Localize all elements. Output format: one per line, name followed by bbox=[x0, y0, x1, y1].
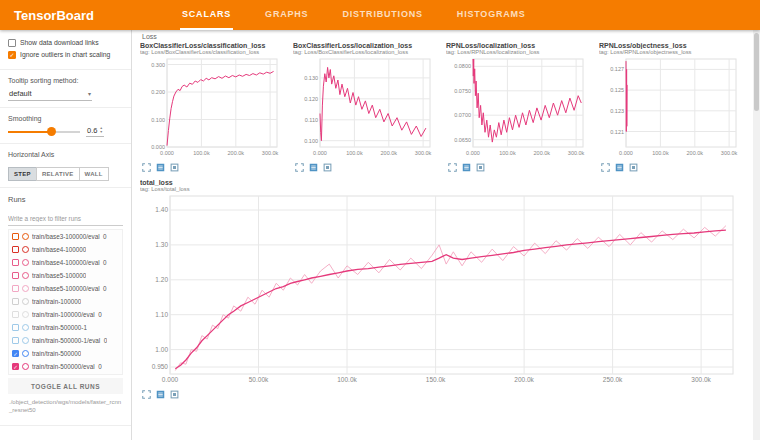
run-name: train/train-100000 bbox=[32, 298, 81, 305]
option-checkbox-row[interactable]: Show data download links bbox=[8, 39, 123, 47]
run-color-circle-icon[interactable] bbox=[22, 337, 29, 344]
axis-button-wall[interactable]: WALL bbox=[79, 167, 109, 181]
checkbox-icon[interactable] bbox=[8, 39, 16, 47]
run-checkbox[interactable] bbox=[12, 259, 19, 266]
tooltip-sort-select[interactable]: default ▾ bbox=[8, 88, 92, 101]
run-row[interactable]: train/base5-100000/eval_0 bbox=[9, 282, 122, 295]
run-selector-icon[interactable] bbox=[156, 163, 165, 172]
run-color-circle-icon[interactable] bbox=[22, 272, 29, 279]
svg-text:0.130: 0.130 bbox=[304, 75, 318, 81]
tensorboard-app: TensorBoard SCALARSGRAPHSDISTRIBUTIONSHI… bbox=[0, 0, 760, 440]
vertical-scrollbar[interactable] bbox=[753, 30, 760, 440]
fit-domain-icon[interactable] bbox=[323, 163, 332, 172]
expand-chart-icon[interactable] bbox=[142, 390, 151, 399]
smoothing-slider[interactable] bbox=[8, 126, 80, 137]
run-color-circle-icon[interactable] bbox=[22, 246, 29, 253]
svg-text:200.0k: 200.0k bbox=[228, 150, 245, 156]
main-content: Loss BoxClassifierLoss/classification_lo… bbox=[132, 30, 760, 440]
run-row[interactable]: train/train-500000-1/eval_0 bbox=[9, 334, 122, 347]
run-name: train/train-500000-1 bbox=[32, 324, 87, 331]
svg-text:0.000: 0.000 bbox=[160, 150, 174, 156]
run-color-circle-icon[interactable] bbox=[22, 363, 29, 370]
small-charts-row: BoxClassifierLoss/classification_losstag… bbox=[140, 42, 756, 172]
runs-section: Runs train/base3-100000/eval_0train/base… bbox=[0, 188, 131, 425]
run-color-circle-icon[interactable] bbox=[22, 311, 29, 318]
run-color-circle-icon[interactable] bbox=[22, 324, 29, 331]
run-row[interactable]: train/train-500000-1 bbox=[9, 321, 122, 334]
line-chart[interactable]: 0.1210.1230.1250.1270.000100.0k200.0k300… bbox=[599, 56, 741, 158]
fit-domain-icon[interactable] bbox=[476, 163, 485, 172]
run-checkbox[interactable] bbox=[12, 311, 19, 318]
svg-text:1.10: 1.10 bbox=[155, 311, 168, 318]
fit-domain-icon[interactable] bbox=[170, 163, 179, 172]
run-color-circle-icon[interactable] bbox=[22, 285, 29, 292]
smoothing-value-input[interactable]: 0.6 ▲▼ bbox=[86, 126, 104, 137]
chart-tag: tag: Loss/BoxClassifierLoss/classificati… bbox=[140, 49, 288, 55]
tab-scalars[interactable]: SCALARS bbox=[180, 0, 233, 30]
chart-title: BoxClassifierLoss/localization_loss bbox=[293, 42, 441, 49]
category-loss-header[interactable]: Loss bbox=[142, 33, 756, 40]
svg-text:0.300: 0.300 bbox=[151, 62, 165, 68]
spinner-arrows-icon[interactable]: ▲▼ bbox=[99, 127, 102, 134]
slider-thumb[interactable] bbox=[47, 127, 56, 136]
run-selector-icon[interactable] bbox=[156, 390, 165, 399]
run-name: train/train-500000-1/eval_0 bbox=[32, 337, 107, 344]
tab-distributions[interactable]: DISTRIBUTIONS bbox=[340, 0, 424, 30]
tooltip-sort-value: default bbox=[9, 89, 32, 98]
svg-text:0.125: 0.125 bbox=[610, 87, 624, 93]
run-selector-icon[interactable] bbox=[309, 163, 318, 172]
option-checkbox-row[interactable]: ✓Ignore outliers in chart scaling bbox=[8, 51, 123, 59]
run-checkbox[interactable] bbox=[12, 233, 19, 240]
run-checkbox[interactable] bbox=[12, 337, 19, 344]
svg-text:100.0k: 100.0k bbox=[499, 150, 516, 156]
checkbox-label: Show data download links bbox=[20, 39, 99, 47]
line-chart[interactable]: 0.1000.1100.1200.1300.000100.0k200.0k300… bbox=[293, 56, 435, 158]
chart-tag: tag: Loss/BoxClassifierLoss/localization… bbox=[293, 49, 441, 55]
line-chart[interactable]: 0.0000.1000.2000.3000.000100.0k200.0k300… bbox=[140, 56, 282, 158]
run-color-circle-icon[interactable] bbox=[22, 350, 29, 357]
tab-histograms[interactable]: HISTOGRAMS bbox=[455, 0, 528, 30]
expand-chart-icon[interactable] bbox=[601, 163, 610, 172]
axis-button-relative[interactable]: RELATIVE bbox=[36, 167, 80, 181]
run-selector-icon[interactable] bbox=[615, 163, 624, 172]
run-color-circle-icon[interactable] bbox=[22, 233, 29, 240]
axis-button-step[interactable]: STEP bbox=[8, 167, 37, 181]
run-checkbox[interactable] bbox=[12, 324, 19, 331]
run-row[interactable]: ✓train/train-500000 bbox=[9, 347, 122, 360]
run-color-circle-icon[interactable] bbox=[22, 259, 29, 266]
scrollbar-thumb[interactable] bbox=[754, 33, 759, 111]
expand-chart-icon[interactable] bbox=[142, 163, 151, 172]
run-row[interactable]: train/train-100000 bbox=[9, 295, 122, 308]
runs-filter-input[interactable] bbox=[8, 213, 123, 226]
tab-graphs[interactable]: GRAPHS bbox=[263, 0, 310, 30]
run-name: train/train-500000 bbox=[32, 350, 81, 357]
checkbox-icon[interactable]: ✓ bbox=[8, 51, 16, 59]
svg-text:0.0700: 0.0700 bbox=[454, 112, 471, 118]
line-chart[interactable]: 0.9501.001.101.201.301.400.00050.00k100.… bbox=[140, 193, 738, 385]
run-selector-icon[interactable] bbox=[462, 163, 471, 172]
svg-text:0.950: 0.950 bbox=[152, 363, 169, 370]
run-checkbox[interactable] bbox=[12, 298, 19, 305]
runs-label: Runs bbox=[8, 195, 123, 204]
chart-card: RPNLoss/localization_losstag: Loss/RPNLo… bbox=[446, 42, 594, 172]
run-row[interactable]: train/base3-100000/eval_0 bbox=[9, 230, 122, 243]
run-checkbox[interactable]: ✓ bbox=[12, 363, 19, 370]
fit-domain-icon[interactable] bbox=[170, 390, 179, 399]
run-checkbox[interactable] bbox=[12, 272, 19, 279]
expand-chart-icon[interactable] bbox=[448, 163, 457, 172]
run-checkbox[interactable]: ✓ bbox=[12, 350, 19, 357]
run-row[interactable]: ✓train/train-500000/eval_0 bbox=[9, 360, 122, 373]
run-row[interactable]: train/base4-100000/eval_0 bbox=[9, 256, 122, 269]
expand-chart-icon[interactable] bbox=[295, 163, 304, 172]
run-color-circle-icon[interactable] bbox=[22, 298, 29, 305]
run-row[interactable]: train/base5-100000 bbox=[9, 269, 122, 282]
horizontal-axis-label: Horizontal Axis bbox=[8, 151, 123, 158]
run-checkbox[interactable] bbox=[12, 285, 19, 292]
run-checkbox[interactable] bbox=[12, 246, 19, 253]
fit-domain-icon[interactable] bbox=[629, 163, 638, 172]
toggle-all-runs-button[interactable]: TOGGLE ALL RUNS bbox=[8, 378, 123, 394]
runs-list: train/base3-100000/eval_0train/base4-100… bbox=[8, 229, 123, 375]
run-row[interactable]: train/train-100000/eval_0 bbox=[9, 308, 122, 321]
run-row[interactable]: train/base4-100000 bbox=[9, 243, 122, 256]
line-chart[interactable]: 0.06500.07000.07500.08000.000100.0k200.0… bbox=[446, 56, 588, 158]
